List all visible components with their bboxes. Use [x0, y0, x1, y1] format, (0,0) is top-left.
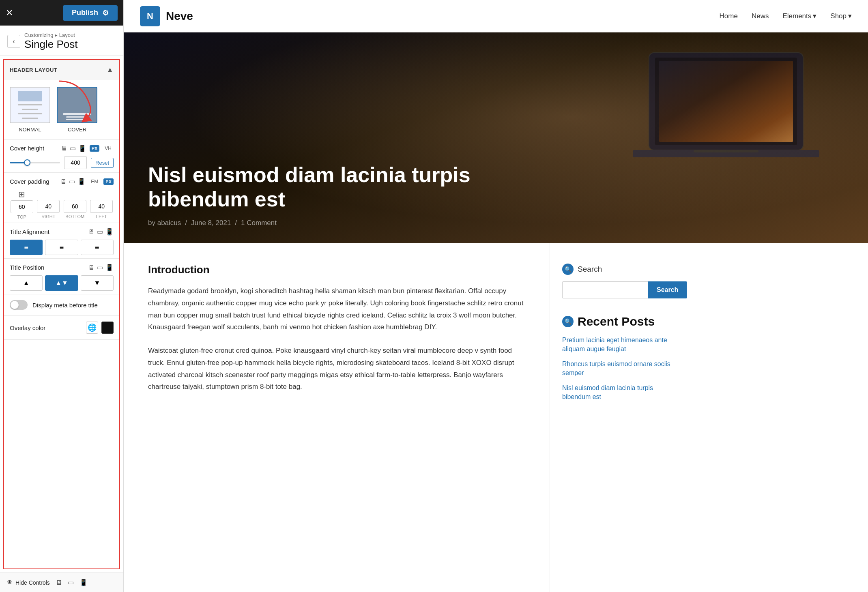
article-body-2: Waistcoat gluten-free cronut cred quinoa… [148, 345, 525, 393]
nav-shop[interactable]: Shop ▾ [830, 12, 852, 20]
tablet-icon[interactable]: ▭ [70, 144, 76, 152]
reset-button[interactable]: Reset [91, 158, 114, 168]
section-header: HEADER LAYOUT ▲ [4, 60, 119, 80]
overlay-color-row: Overlay color 🌐 [4, 316, 119, 340]
pos-desktop-icon[interactable]: 🖥 [88, 264, 95, 271]
meta-divider-2: / [235, 219, 237, 227]
align-tablet-icon[interactable]: ▭ [97, 228, 103, 236]
padding-bottom-input[interactable] [64, 200, 86, 213]
layout-line-3 [18, 113, 42, 114]
px-unit-badge[interactable]: PX [90, 145, 100, 152]
padding-top-input[interactable] [11, 200, 33, 213]
align-left-button[interactable]: ≡ [10, 240, 43, 255]
global-color-icon[interactable]: 🌐 [86, 322, 98, 334]
site-nav: Home News Elements ▾ Shop ▾ [720, 12, 852, 20]
position-middle-button[interactable]: ▲▼ [45, 275, 78, 291]
padding-bottom-label: BOTTOM [65, 214, 84, 219]
hero-comment: 1 Comment [241, 219, 277, 227]
article-intro: Introduction [148, 264, 525, 276]
cover-padding-label-row: Cover padding 🖥 ▭ 📱 EM PX [10, 178, 114, 185]
title-alignment-control: Title Alignment 🖥 ▭ 📱 ≡ ≡ ≡ [4, 223, 119, 259]
chevron-down-icon-2: ▾ [848, 12, 852, 20]
cover-height-input[interactable] [64, 156, 87, 169]
pos-tablet-icon[interactable]: ▭ [97, 264, 103, 271]
bottom-bar: 👁 Hide Controls 🖥 ▭ 📱 [0, 573, 123, 592]
hero-author: by abaicus [148, 219, 181, 227]
title-position-label: Title Position [10, 264, 85, 271]
breadcrumb-sub: Customizing ▸ Layout [24, 32, 78, 38]
vh-unit-badge[interactable]: VH [103, 145, 114, 152]
bottom-desktop-icon[interactable]: 🖥 [56, 579, 62, 586]
layout-box-normal[interactable] [10, 87, 50, 123]
layout-options: NORMAL COVER [4, 80, 119, 139]
eye-icon: 👁 [6, 579, 13, 586]
sidebar: 🔍 Search Search 🔍 Recent Posts Pretium l… [550, 243, 688, 592]
bottom-mobile-icon[interactable]: 📱 [79, 579, 88, 586]
site-header: N Neve Home News Elements ▾ Shop ▾ [124, 0, 868, 32]
bottom-tablet-icon[interactable]: ▭ [68, 579, 74, 586]
section-title: HEADER LAYOUT [10, 67, 57, 73]
px-unit[interactable]: PX [103, 178, 114, 185]
layout-label-cover: COVER [68, 127, 86, 133]
overlay-color-swatch[interactable] [101, 322, 114, 334]
position-bottom-button[interactable]: ▼ [81, 275, 114, 291]
layout-option-normal[interactable]: NORMAL [10, 87, 50, 133]
cover-height-label-row: Cover height 🖥 ▭ 📱 PX VH [10, 144, 114, 152]
desktop-icon[interactable]: 🖥 [61, 145, 67, 152]
search-submit-button[interactable]: Search [648, 281, 687, 298]
padding-right-label: RIGHT [41, 214, 55, 219]
recent-posts-icon: 🔍 [562, 316, 574, 327]
back-button[interactable]: ‹ [7, 35, 20, 48]
search-widget-icon: 🔍 [562, 264, 574, 275]
nav-elements[interactable]: Elements ▾ [782, 12, 816, 20]
cover-height-control: Cover height 🖥 ▭ 📱 PX VH Reset [4, 139, 119, 173]
site-logo: N Neve [140, 6, 193, 26]
padding-grid: ⊞ TOP RIGHT BOTTOM LEFT [10, 189, 114, 219]
padding-mobile-icon[interactable]: 📱 [77, 178, 86, 185]
position-top-button[interactable]: ▲ [10, 275, 43, 291]
recent-post-3[interactable]: Nisl euismod diam lacinia turpis bibendu… [562, 384, 675, 402]
svg-rect-2 [659, 61, 793, 142]
display-meta-toggle[interactable] [10, 300, 28, 310]
hero-title: Nisl euismod diam lacinia turpis bibendu… [148, 163, 473, 212]
mobile-icon[interactable]: 📱 [78, 144, 86, 152]
device-icons: 🖥 ▭ 📱 [61, 144, 86, 152]
nav-home[interactable]: Home [720, 12, 738, 20]
recent-post-1[interactable]: Pretium lacinia eget himenaeos ante aliq… [562, 336, 675, 354]
layout-option-cover[interactable]: COVER [57, 87, 97, 133]
padding-link-icon: ⊞ [18, 189, 25, 199]
padding-left-input[interactable] [90, 200, 113, 213]
display-meta-label: Display meta before title [32, 302, 98, 309]
publish-button[interactable]: Publish ⚙ [63, 5, 118, 21]
laptop-illustration [625, 45, 827, 174]
collapse-icon[interactable]: ▲ [106, 66, 114, 74]
pos-mobile-icon[interactable]: 📱 [105, 264, 114, 271]
title-pos-label-row: Title Position 🖥 ▭ 📱 [10, 264, 114, 271]
breadcrumb: ‹ Customizing ▸ Layout Single Post [0, 26, 123, 56]
padding-tablet-icon[interactable]: ▭ [69, 178, 75, 185]
padding-top-label: TOP [17, 214, 26, 219]
top-bar: ✕ Publish ⚙ [0, 0, 123, 26]
padding-right-input[interactable] [37, 200, 60, 213]
recent-posts-widget: 🔍 Recent Posts Pretium lacinia eget hime… [562, 315, 675, 401]
logo-mark: N [140, 6, 160, 26]
search-form: Search [562, 281, 675, 298]
padding-desktop-icon[interactable]: 🖥 [60, 178, 67, 185]
align-center-button[interactable]: ≡ [45, 240, 78, 255]
search-input[interactable] [562, 281, 648, 298]
em-unit[interactable]: EM [89, 178, 100, 185]
hero-date: June 8, 2021 [191, 219, 231, 227]
position-buttons: ▲ ▲▼ ▼ [10, 275, 114, 291]
hero-text: Nisl euismod diam lacinia turpis bibendu… [148, 163, 473, 227]
hide-controls-button[interactable]: 👁 Hide Controls [6, 579, 50, 586]
cover-height-slider[interactable] [10, 162, 60, 163]
padding-device-icons: 🖥 ▭ 📱 [60, 178, 86, 185]
layout-box-cover[interactable] [57, 87, 97, 123]
align-mobile-icon[interactable]: 📱 [105, 228, 114, 236]
recent-post-2[interactable]: Rhoncus turpis euismod ornare sociis sem… [562, 360, 675, 378]
nav-news[interactable]: News [752, 12, 769, 20]
close-button[interactable]: ✕ [6, 8, 13, 18]
align-desktop-icon[interactable]: 🖥 [88, 228, 95, 236]
toggle-knob [11, 301, 19, 309]
align-right-button[interactable]: ≡ [81, 240, 114, 255]
